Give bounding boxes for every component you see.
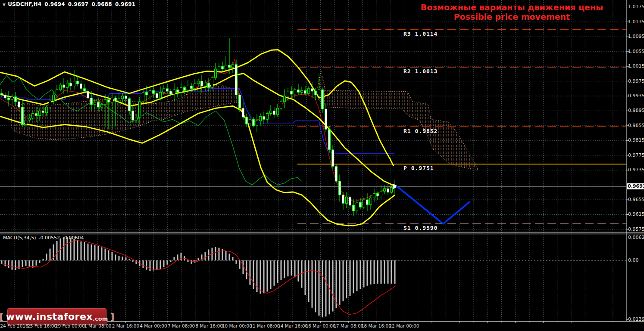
price-axis-label: 0.9655: [628, 197, 644, 202]
time-axis-label: 25 Feb 16:00: [27, 323, 57, 328]
time-axis-label: 8 Mar 16:00: [195, 323, 222, 328]
price-axis-label: 1.0175: [628, 4, 644, 9]
time-axis-label: 1 Mar 08:00: [84, 323, 111, 328]
price-axis-label: 0.9855: [628, 123, 644, 128]
annotation-text: Возможные варианты движения цены Possibl…: [414, 3, 610, 22]
macd-value-1: -0.00552: [39, 235, 60, 241]
time-axis-label: 11 Mar 08:00: [250, 323, 280, 328]
price-axis-label: 0.9935: [628, 93, 644, 99]
annotation-line-ru: Возможные варианты движения цены: [414, 3, 610, 12]
macd-name: MACD(5,34,5): [3, 235, 36, 241]
macd-axis-label-bottom: -0.01395: [626, 316, 644, 322]
ohlc-high: 0.9697: [68, 1, 89, 7]
price-axis-label: 0.9975: [628, 78, 644, 84]
time-axis-label: 2 Mar 16:00: [112, 323, 139, 328]
price-axis-label: 0.9615: [628, 211, 644, 217]
chart-canvas[interactable]: [0, 0, 644, 331]
symbol-dropdown-icon[interactable]: ▼: [3, 3, 6, 7]
ohlc-close: 0.9691: [115, 1, 136, 7]
pivot-level-label-r2: R2 1.0013: [403, 68, 438, 74]
time-axis-label: 16 Mar 00:00: [306, 323, 336, 328]
grid: [0, 0, 626, 321]
annotation-line-en: Possible price movement: [414, 12, 610, 22]
ohlc-open: 0.9694: [44, 1, 65, 7]
time-axis-label: 17 Mar 08:00: [333, 323, 363, 328]
logo-suffix: .com: [93, 316, 108, 322]
price-pane[interactable]: [0, 30, 626, 226]
mt4-chart-window[interactable]: ▼USDCHF,H40.96940.96970.96880.9691 Возмо…: [0, 0, 644, 331]
macd-axis-label-zero: 0.00: [628, 257, 639, 263]
price-axis-label: 1.0015: [628, 63, 644, 69]
ohlc-low: 0.9688: [91, 1, 112, 7]
pivot-level-label-s1: S1 0.9590: [403, 225, 438, 231]
time-axis-label: 7 Mar 08:00: [168, 323, 195, 328]
macd-value-2: -0.00604: [63, 235, 84, 241]
price-axis-label: 1.0055: [628, 49, 644, 54]
logo-text: www.instaforex: [6, 311, 93, 322]
logo-bracket-right: ]: [110, 312, 114, 322]
time-axis-label: 22 Mar 00:00: [389, 323, 419, 328]
macd-axis-label-top: 0.00623: [628, 235, 644, 240]
instaforex-logo[interactable]: [ www.instaforex .com ]: [7, 308, 106, 325]
price-axis-label: 0.9895: [628, 108, 644, 113]
time-axis-label: 10 Mar 00:00: [222, 323, 252, 328]
price-axis-label: 0.9735: [628, 167, 644, 173]
time-axis-label: 24 Feb 2016: [0, 323, 28, 328]
pivot-level-label-r3: R3 1.0114: [403, 31, 438, 37]
logo-bracket-left: [: [0, 312, 3, 322]
price-axis-label: 1.0135: [628, 19, 644, 25]
time-axis-label: 29 Feb 00:00: [55, 323, 85, 328]
symbol-timeframe-label: USDCHF,H4: [8, 1, 41, 7]
time-axis-label: 14 Mar 16:00: [278, 323, 308, 328]
pivot-level-label-r1: R1 0.9852: [403, 128, 438, 134]
current-price-box: 0.9691: [627, 183, 644, 189]
macd-indicator-label: MACD(5,34,5)-0.00552-0.00604: [3, 235, 86, 241]
macd-pane[interactable]: [2, 237, 396, 317]
time-axis-label: 4 Mar 00:00: [140, 323, 167, 328]
current-price-value: 0.9691: [628, 183, 644, 189]
time-axis-label: 18 Mar 16:00: [361, 323, 391, 328]
price-axis-label: 0.9775: [628, 152, 644, 158]
projected-price-path[interactable]: [397, 186, 470, 224]
price-axis-label: 0.9575: [628, 226, 644, 232]
chart-title: ▼USDCHF,H40.96940.96970.96880.9691: [3, 1, 135, 7]
pivot-level-label-p: P 0.9751: [403, 165, 434, 171]
price-axis-label: 0.9815: [628, 137, 644, 143]
price-axis-label: 1.0095: [628, 34, 644, 39]
